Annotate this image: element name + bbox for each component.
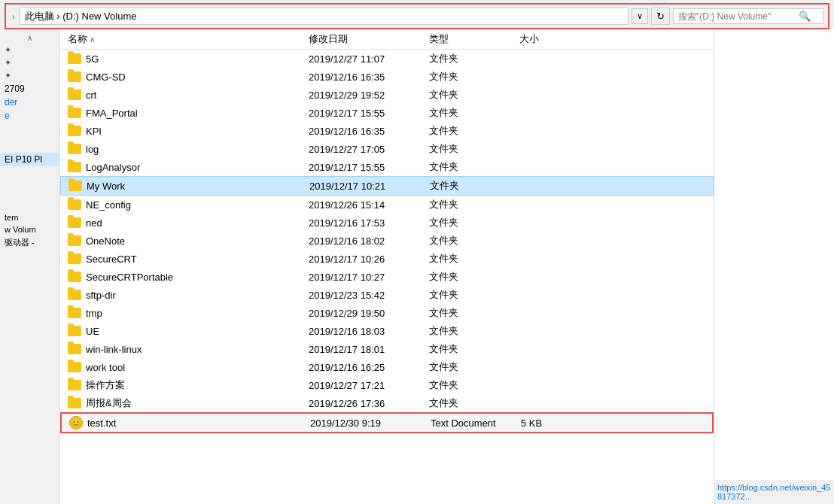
sidebar-scroll-up[interactable]: ∧	[0, 32, 59, 44]
file-date: 2019/12/16 16:35	[309, 71, 429, 83]
table-row[interactable]: LogAnalysor2019/12/17 15:55文件夹	[60, 158, 714, 176]
file-date: 2019/12/17 10:26	[309, 254, 429, 265]
file-date: 2019/12/17 10:21	[309, 181, 430, 192]
file-name: SecureCRT	[86, 254, 309, 265]
folder-icon	[68, 144, 81, 154]
column-headers: 名称 ∧ 修改日期 类型 大小	[60, 29, 714, 50]
folder-icon	[68, 217, 81, 228]
file-date: 2019/12/17 18:01	[309, 344, 429, 355]
sidebar-bottom-1[interactable]: tem	[0, 211, 59, 223]
sidebar-bottom-3: 驱动器 -	[0, 235, 59, 250]
file-date: 2019/12/30 9:19	[310, 417, 431, 429]
folder-icon	[68, 344, 81, 354]
table-row[interactable]: 😊test.txt2019/12/30 9:19Text Document5 K…	[60, 412, 714, 433]
table-row[interactable]: crt2019/12/29 19:52文件夹	[60, 86, 714, 104]
table-row[interactable]: My Work2019/12/17 10:21文件夹	[60, 176, 714, 196]
table-row[interactable]: win-link-linux2019/12/17 18:01文件夹	[60, 340, 714, 358]
address-input[interactable]	[20, 8, 629, 25]
file-list-area: 名称 ∧ 修改日期 类型 大小 5G2019/12/27 11:07文件夹CMG…	[60, 29, 714, 504]
file-date: 2019/12/26 15:14	[309, 199, 429, 211]
file-date: 2019/12/27 17:21	[309, 380, 429, 391]
right-panel-link[interactable]: https://blog.csdn.net/weixin_45817372...	[714, 480, 834, 504]
table-row[interactable]: sftp-dir2019/12/23 15:42文件夹	[60, 286, 714, 304]
sidebar-text-2[interactable]: e	[0, 109, 59, 123]
file-name: tmp	[86, 308, 309, 319]
search-input[interactable]	[678, 11, 799, 22]
file-type: 文件夹	[429, 324, 519, 338]
search-icon[interactable]: 🔍	[799, 11, 811, 22]
search-box: 🔍	[673, 8, 823, 24]
file-type: Text Document	[431, 417, 521, 429]
file-type: 文件夹	[429, 216, 519, 229]
sidebar-pin-2[interactable]: ✦	[0, 56, 59, 69]
file-type: 文件夹	[429, 52, 519, 65]
folder-icon	[68, 53, 81, 64]
table-row[interactable]: work tool2019/12/16 16:25文件夹	[60, 358, 714, 376]
sidebar-pin-1[interactable]: ✦	[0, 44, 59, 56]
column-name-header[interactable]: 名称 ∧	[68, 32, 309, 46]
file-name: LogAnalysor	[86, 162, 309, 173]
sidebar-text-1[interactable]: der	[0, 96, 59, 109]
sidebar-pin-3[interactable]: ✦	[0, 69, 59, 82]
right-panel: https://blog.csdn.net/weixin_45817372...	[714, 29, 834, 504]
file-name: 周报&周会	[86, 396, 309, 410]
file-name: win-link-linux	[86, 344, 309, 355]
table-row[interactable]: 5G2019/12/27 11:07文件夹	[60, 50, 714, 68]
main-area: ∧ ✦ ✦ ✦ 2709 der e EI P10 Pl tem w Volum…	[0, 29, 834, 504]
file-size: 5 KB	[521, 417, 581, 429]
file-type: 文件夹	[429, 88, 519, 102]
column-type-header[interactable]: 类型	[429, 32, 519, 46]
file-name: test.txt	[87, 417, 310, 429]
table-row[interactable]: UE2019/12/16 18:03文件夹	[60, 322, 714, 340]
address-dropdown-button[interactable]: ∨	[632, 8, 648, 24]
table-row[interactable]: SecureCRT2019/12/17 10:26文件夹	[60, 250, 714, 268]
file-name: ned	[86, 217, 309, 229]
table-row[interactable]: ned2019/12/16 17:53文件夹	[60, 214, 714, 232]
table-row[interactable]: OneNote2019/12/16 18:02文件夹	[60, 232, 714, 250]
folder-icon	[68, 181, 82, 191]
file-name: work tool	[86, 362, 309, 373]
table-row[interactable]: 操作方案2019/12/27 17:21文件夹	[60, 376, 714, 394]
column-date-header[interactable]: 修改日期	[309, 32, 429, 46]
file-date: 2019/12/16 18:03	[309, 326, 429, 337]
sidebar-number: 2709	[0, 82, 59, 96]
file-name: crt	[86, 90, 309, 101]
table-row[interactable]: SecureCRTPortable2019/12/17 10:27文件夹	[60, 268, 714, 286]
sidebar-highlighted-item[interactable]: EI P10 Pl	[0, 153, 59, 166]
refresh-button[interactable]: ↻	[651, 8, 670, 25]
file-type: 文件夹	[430, 179, 520, 193]
folder-icon	[68, 71, 81, 82]
sidebar: ∧ ✦ ✦ ✦ 2709 der e EI P10 Pl tem w Volum…	[0, 29, 60, 504]
file-name: CMG-SD	[86, 71, 309, 83]
table-row[interactable]: FMA_Portal2019/12/17 15:55文件夹	[60, 104, 714, 122]
sidebar-bottom-2[interactable]: w Volum	[0, 223, 59, 235]
folder-icon	[68, 162, 81, 172]
table-row[interactable]: tmp2019/12/29 19:50文件夹	[60, 304, 714, 322]
column-size-header[interactable]: 大小	[519, 32, 580, 46]
table-row[interactable]: log2019/12/27 17:05文件夹	[60, 140, 714, 158]
file-type: 文件夹	[429, 124, 519, 138]
file-name: OneNote	[86, 235, 309, 247]
table-row[interactable]: CMG-SD2019/12/16 16:35文件夹	[60, 68, 714, 86]
file-name: UE	[86, 326, 309, 337]
table-row[interactable]: 周报&周会2019/12/26 17:36文件夹	[60, 394, 714, 412]
file-date: 2019/12/16 18:02	[309, 235, 429, 247]
folder-icon	[68, 108, 81, 118]
table-row[interactable]: NE_config2019/12/26 15:14文件夹	[60, 196, 714, 214]
folder-icon	[68, 199, 81, 210]
file-date: 2019/12/17 15:55	[309, 162, 429, 173]
file-type: 文件夹	[429, 234, 519, 247]
right-panel-top	[714, 29, 834, 480]
file-type: 文件夹	[429, 160, 519, 174]
file-date: 2019/12/29 19:52	[309, 90, 429, 101]
folder-icon	[68, 326, 81, 336]
file-type: 文件夹	[429, 270, 519, 284]
file-type: 文件夹	[429, 142, 519, 156]
sort-arrow-icon: ∧	[90, 35, 95, 44]
file-name: 5G	[86, 53, 309, 65]
file-date: 2019/12/17 15:55	[309, 108, 429, 119]
table-row[interactable]: KPI2019/12/16 16:35文件夹	[60, 122, 714, 140]
file-date: 2019/12/27 11:07	[309, 53, 429, 65]
folder-icon	[68, 362, 81, 372]
folder-icon	[68, 308, 81, 318]
